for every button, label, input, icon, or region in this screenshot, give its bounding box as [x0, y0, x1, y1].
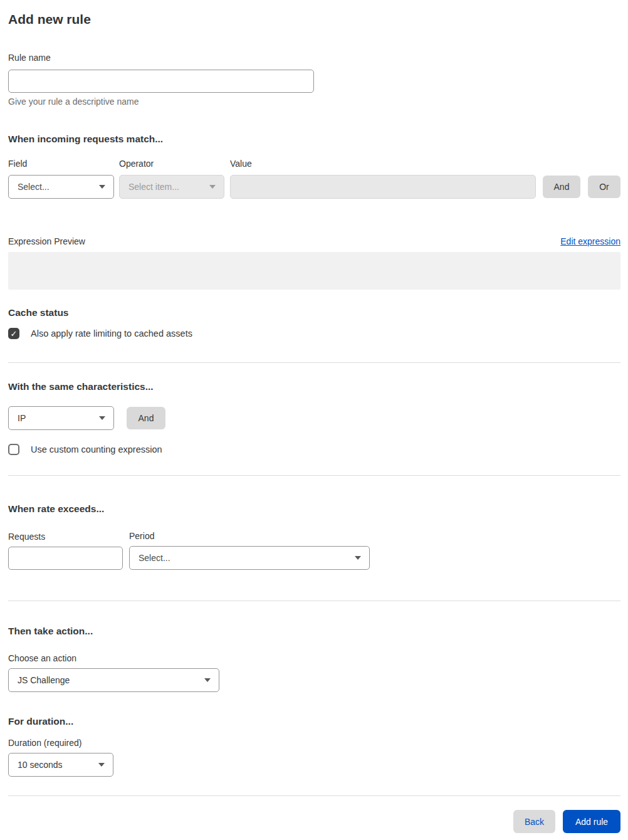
operator-label: Operator [119, 159, 224, 169]
custom-counting-checkbox-label: Use custom counting expression [31, 444, 162, 454]
field-select-value: Select... [18, 182, 50, 192]
caret-down-icon [98, 763, 105, 767]
footer-actions: Back Add rule [8, 810, 620, 833]
period-label: Period [129, 531, 370, 542]
rule-name-helper: Give your rule a descriptive name [8, 97, 620, 107]
period-select-value: Select... [139, 553, 170, 563]
expression-preview-header: Expression Preview Edit expression [8, 236, 620, 247]
cache-checkbox-row: ✓ Also apply rate limiting to cached ass… [8, 327, 620, 340]
expression-preview-box [8, 252, 620, 290]
page-title: Add new rule [8, 11, 620, 28]
action-select[interactable]: JS Challenge [8, 668, 219, 692]
cached-assets-checkbox-label: Also apply rate limiting to cached asset… [31, 328, 192, 339]
action-select-value: JS Challenge [18, 675, 70, 685]
field-label: Field [8, 159, 114, 169]
action-heading: Then take action... [8, 625, 620, 638]
characteristics-and-button[interactable]: And [127, 407, 165, 429]
rate-heading: When rate exceeds... [8, 503, 620, 515]
choose-action-label: Choose an action [8, 653, 620, 664]
caret-down-icon [209, 185, 216, 189]
counting-expression-row: Use custom counting expression [8, 443, 620, 456]
duration-label: Duration (required) [8, 738, 620, 748]
requests-input[interactable] [8, 547, 123, 570]
characteristic-select[interactable]: IP [8, 406, 114, 430]
period-select[interactable]: Select... [129, 546, 370, 570]
back-button[interactable]: Back [513, 810, 555, 833]
characteristic-select-value: IP [18, 413, 26, 423]
duration-select-value: 10 seconds [18, 760, 63, 770]
characteristics-row: IP And [8, 406, 620, 430]
cached-assets-checkbox[interactable]: ✓ [8, 328, 19, 339]
requests-label: Requests [8, 532, 123, 542]
check-icon: ✓ [11, 330, 18, 338]
match-section-heading: When incoming requests match... [8, 133, 620, 145]
edit-expression-link[interactable]: Edit expression [560, 236, 620, 246]
caret-down-icon [99, 185, 105, 189]
and-button[interactable]: And [543, 176, 580, 198]
rule-name-input[interactable] [8, 70, 314, 93]
operator-select: Select item... [119, 175, 224, 199]
expression-preview-label: Expression Preview [8, 236, 85, 247]
section-divider [8, 475, 620, 476]
cache-status-heading: Cache status [8, 307, 620, 319]
add-rule-button[interactable]: Add rule [563, 810, 620, 833]
custom-counting-checkbox[interactable] [8, 444, 19, 455]
duration-heading: For duration... [8, 715, 620, 728]
caret-down-icon [355, 556, 361, 560]
footer-divider [8, 795, 620, 796]
caret-down-icon [204, 678, 211, 682]
add-rule-form: Add new rule Rule name Give your rule a … [0, 11, 628, 833]
section-divider [8, 601, 620, 601]
rule-name-label: Rule name [8, 53, 620, 63]
rate-row: Requests Period Select... [8, 531, 620, 570]
characteristics-heading: With the same characteristics... [8, 381, 620, 393]
caret-down-icon [99, 416, 105, 420]
field-select[interactable]: Select... [8, 175, 114, 199]
section-divider [8, 362, 620, 363]
duration-select[interactable]: 10 seconds [8, 753, 113, 777]
value-label: Value [230, 159, 536, 169]
or-button[interactable]: Or [588, 176, 620, 198]
operator-select-value: Select item... [128, 182, 179, 192]
match-condition-row: Field Select... Operator Select item... … [8, 159, 620, 199]
value-input [230, 175, 536, 199]
